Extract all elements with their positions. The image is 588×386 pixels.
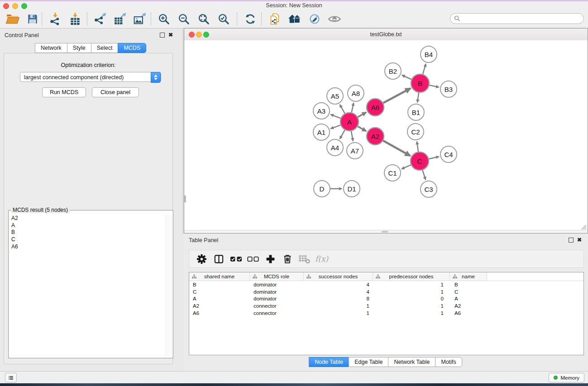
table-panel-tab[interactable]: Network Table	[388, 357, 436, 367]
save-session-button[interactable]	[25, 11, 40, 27]
result-list-scrollbar[interactable]	[166, 215, 172, 357]
column-header[interactable]: successor nodes	[304, 272, 373, 281]
node-C4[interactable]: C4	[440, 146, 457, 162]
node-D[interactable]: D	[314, 181, 330, 197]
table-row[interactable]: A2 connector 1 1 A2	[189, 302, 583, 310]
close-panel-icon[interactable]: ✖	[168, 33, 173, 38]
control-panel-tab[interactable]: Network	[35, 43, 67, 53]
split-columns-button[interactable]	[211, 251, 226, 267]
close-panel-button[interactable]: Close panel	[92, 87, 139, 97]
node-D1[interactable]: D1	[344, 181, 360, 197]
cell-predecessor-nodes[interactable]: 1	[373, 303, 450, 309]
node-C2[interactable]: C2	[407, 124, 424, 140]
zoom-fit-button[interactable]	[196, 11, 211, 27]
cell-mcds-role[interactable]: dominator	[250, 296, 304, 301]
cell-name[interactable]: A2	[450, 303, 487, 309]
edge-B-B3[interactable]	[430, 85, 439, 87]
cell-predecessor-nodes[interactable]: 1	[373, 282, 450, 287]
export-image-button[interactable]	[132, 11, 148, 27]
cell-mcds-role[interactable]: dominator	[250, 282, 304, 287]
refresh-button[interactable]	[243, 11, 258, 27]
cell-mcds-role[interactable]: connector	[250, 310, 304, 316]
zoom-selected-button[interactable]	[216, 11, 231, 27]
cell-successor-nodes[interactable]: 8	[304, 296, 373, 301]
edge-B-B2[interactable]	[402, 75, 411, 79]
cell-name[interactable]: A	[450, 296, 487, 301]
cell-mcds-role[interactable]: dominator	[250, 289, 304, 295]
add-row-button[interactable]	[263, 251, 277, 267]
edge-A-A4[interactable]	[340, 130, 345, 139]
resize-grip-icon[interactable]	[581, 224, 587, 230]
edge-A-A3[interactable]	[331, 114, 341, 119]
cell-name[interactable]: C	[450, 289, 487, 295]
table-panel-tab[interactable]: Node Table	[309, 357, 349, 367]
mcds-result-item[interactable]: A6	[10, 243, 165, 251]
table-settings-button[interactable]	[194, 251, 209, 267]
open-session-button[interactable]	[5, 11, 20, 27]
cell-successor-nodes[interactable]: 1	[304, 303, 373, 309]
cell-shared-name[interactable]: A2	[189, 303, 250, 309]
run-mcds-button[interactable]: Run MCDS	[42, 87, 86, 97]
edge-A-A5[interactable]	[340, 105, 345, 114]
edge-B-B4[interactable]	[423, 64, 426, 74]
mcds-result-item[interactable]: A2	[10, 215, 165, 222]
edge-A-A2[interactable]	[358, 126, 366, 131]
select-all-columns-button[interactable]	[229, 251, 243, 267]
cell-mcds-role[interactable]: connector	[250, 303, 304, 309]
cell-name[interactable]: A6	[450, 310, 487, 316]
annotation-pen-button[interactable]	[307, 11, 322, 27]
table-row[interactable]: C dominator 4 1 C	[189, 288, 583, 295]
node-C3[interactable]: C3	[421, 181, 437, 197]
cell-successor-nodes[interactable]: 4	[304, 289, 373, 295]
edge-C-C1[interactable]	[402, 165, 411, 169]
node-B2[interactable]: B2	[385, 63, 401, 79]
cell-predecessor-nodes[interactable]: 1	[373, 289, 450, 295]
criterion-select[interactable]: largest connected component (directed)	[20, 72, 161, 82]
app-titlebar[interactable]: Session: New Session	[0, 1, 588, 10]
node-A[interactable]: A	[340, 113, 359, 131]
node-B[interactable]: B	[411, 74, 429, 92]
mcds-result-item[interactable]: C	[10, 236, 165, 243]
delete-row-button[interactable]	[280, 251, 295, 267]
table-panel-tab[interactable]: Motifs	[435, 357, 462, 367]
deselect-all-columns-button[interactable]	[246, 251, 260, 267]
column-header[interactable]: name	[450, 272, 487, 281]
network-window-titlebar[interactable]: testGlobe.txt	[184, 29, 588, 41]
zoom-out-button[interactable]	[176, 11, 191, 27]
node-B1[interactable]: B1	[408, 104, 424, 120]
export-table-button[interactable]	[112, 11, 128, 27]
control-panel-tab[interactable]: Style	[67, 43, 91, 53]
node-A5[interactable]: A5	[327, 88, 343, 104]
node-A2[interactable]: A2	[367, 128, 384, 145]
cell-predecessor-nodes[interactable]: 0	[373, 296, 450, 301]
mcds-result-item[interactable]: B	[10, 229, 165, 236]
edge-A-A1[interactable]	[331, 125, 341, 129]
edge-C-C4[interactable]	[429, 157, 439, 159]
edge-B-B1[interactable]	[417, 93, 419, 102]
clear-table-button[interactable]	[297, 251, 312, 267]
close-table-panel-icon[interactable]: ✖	[577, 238, 582, 243]
cell-shared-name[interactable]: A6	[189, 310, 250, 316]
import-network-button[interactable]	[48, 11, 63, 27]
node-A3[interactable]: A3	[313, 103, 330, 119]
duplicate-network-button[interactable]	[267, 11, 282, 27]
edge-A-A6[interactable]	[358, 112, 366, 117]
float-panel-icon[interactable]	[160, 33, 165, 38]
select-stepper[interactable]	[151, 72, 161, 83]
network-canvas[interactable]: B4B2BB3A5A8A6B1A3AC2A1A2A4A7C4CC1DD1C3	[184, 40, 588, 231]
column-header[interactable]: MCDS role	[250, 272, 304, 281]
edge-A2-C[interactable]	[383, 141, 410, 156]
search-input[interactable]	[450, 13, 584, 24]
memory-button[interactable]: Memory	[549, 373, 584, 382]
export-network-button[interactable]	[92, 11, 108, 27]
network-horizontal-scrollbar-thumb[interactable]	[382, 231, 388, 233]
edge-A-A7[interactable]	[351, 131, 353, 141]
control-panel-tab[interactable]: Select	[91, 43, 119, 53]
network-vertical-scrollbar-thumb[interactable]	[184, 195, 186, 202]
node-A7[interactable]: A7	[347, 143, 363, 159]
node-A4[interactable]: A4	[327, 139, 343, 156]
cell-shared-name[interactable]: B	[189, 282, 250, 287]
edge-A6-B[interactable]	[383, 88, 411, 103]
cell-shared-name[interactable]: A	[189, 296, 250, 301]
node-A1[interactable]: A1	[313, 124, 330, 140]
